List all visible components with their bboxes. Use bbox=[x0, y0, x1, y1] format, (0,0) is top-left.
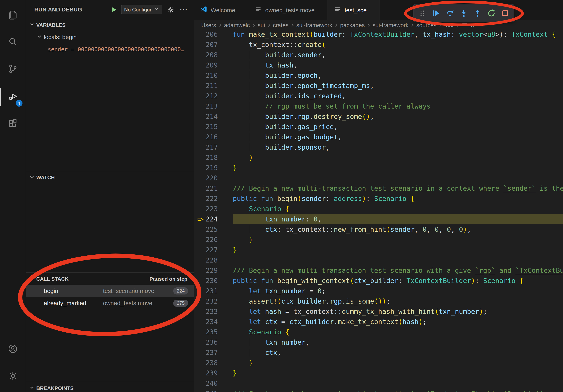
code-line[interactable]: 207 tx_context::create( bbox=[194, 39, 563, 50]
line-number[interactable]: 222 bbox=[206, 194, 218, 204]
line-number[interactable]: 209 bbox=[206, 60, 218, 70]
line-number[interactable]: 214 bbox=[206, 111, 218, 122]
gutter[interactable]: 218 bbox=[194, 152, 233, 163]
line-number[interactable]: 215 bbox=[206, 122, 218, 132]
gutter[interactable]: 224 bbox=[194, 214, 233, 224]
gutter[interactable]: 229 bbox=[194, 265, 233, 275]
code-area[interactable]: 206fun make_tx_context(builder: TxContex… bbox=[194, 29, 563, 392]
breadcrumb-item[interactable]: Users bbox=[201, 22, 216, 28]
code-line[interactable]: 216 builder.gas_budget, bbox=[194, 132, 563, 142]
code-line[interactable]: 227} bbox=[194, 245, 563, 255]
gutter[interactable]: 214 bbox=[194, 111, 233, 122]
code-line[interactable]: 239} bbox=[194, 368, 563, 378]
code-line[interactable]: 234 let ctx = ctx_builder.make_tx_contex… bbox=[194, 317, 563, 327]
line-number[interactable]: 235 bbox=[206, 327, 218, 337]
line-number[interactable]: 227 bbox=[206, 245, 218, 255]
gutter[interactable]: 238 bbox=[194, 358, 233, 368]
gutter[interactable]: 219 bbox=[194, 163, 233, 173]
variables-scope-row[interactable]: locals: begin bbox=[26, 31, 194, 43]
gutter[interactable]: 239 bbox=[194, 368, 233, 378]
line-number[interactable]: 237 bbox=[206, 347, 218, 358]
code-line[interactable]: 208 builder.sender, bbox=[194, 50, 563, 60]
line-number[interactable]: 224 bbox=[206, 214, 218, 224]
line-number[interactable]: 207 bbox=[206, 39, 218, 50]
gutter[interactable]: 207 bbox=[194, 39, 233, 50]
gutter[interactable]: 237 bbox=[194, 347, 233, 358]
line-number[interactable]: 216 bbox=[206, 132, 218, 142]
line-number[interactable]: 219 bbox=[206, 163, 218, 173]
gutter[interactable]: 212 bbox=[194, 91, 233, 101]
code-line[interactable]: 231 let txn_number = 0; bbox=[194, 286, 563, 296]
gutter[interactable]: 208 bbox=[194, 50, 233, 60]
line-number[interactable]: 238 bbox=[206, 358, 218, 368]
start-debugging-button[interactable] bbox=[109, 4, 119, 15]
stop-button[interactable] bbox=[499, 6, 511, 20]
activity-item-explorer[interactable] bbox=[0, 1, 26, 29]
debug-gear-icon[interactable] bbox=[165, 4, 176, 15]
gutter[interactable]: 226 bbox=[194, 235, 233, 245]
step-into-button[interactable] bbox=[457, 6, 470, 20]
continue-button[interactable] bbox=[430, 6, 442, 20]
tab-test-scenario[interactable]: test_sce bbox=[328, 0, 380, 20]
line-number[interactable]: 234 bbox=[206, 317, 218, 327]
line-number[interactable]: 218 bbox=[206, 152, 218, 163]
drag-handle-icon[interactable] bbox=[416, 6, 428, 20]
line-number[interactable]: 233 bbox=[206, 306, 218, 317]
code-line[interactable]: 233 let hash = tx_context::dummy_tx_hash… bbox=[194, 306, 563, 317]
code-line[interactable]: 241/// Creates and shares system objects… bbox=[194, 389, 563, 392]
stack-frame[interactable]: begin test_scenario.move 224 bbox=[26, 285, 194, 297]
watch-section-header[interactable]: WATCH bbox=[26, 171, 194, 183]
gutter[interactable]: 211 bbox=[194, 80, 233, 91]
code-line[interactable]: 230public fun begin_with_context(ctx_bui… bbox=[194, 275, 563, 286]
breadcrumb-item[interactable]: adamwelc bbox=[224, 22, 250, 28]
gutter[interactable]: 225 bbox=[194, 224, 233, 235]
code-line[interactable]: 220 bbox=[194, 173, 563, 183]
gutter[interactable]: 220 bbox=[194, 173, 233, 183]
code-line[interactable]: 221/// Begin a new multi-transaction tes… bbox=[194, 183, 563, 194]
line-number[interactable]: 213 bbox=[206, 101, 218, 111]
breadcrumb-item[interactable]: test bbox=[444, 22, 454, 28]
line-number[interactable]: 228 bbox=[206, 255, 218, 265]
code-line[interactable]: 212 builder.ids_created, bbox=[194, 91, 563, 101]
activity-item-accounts[interactable] bbox=[0, 336, 26, 363]
restart-button[interactable] bbox=[485, 6, 498, 20]
breakpoints-section-header[interactable]: BREAKPOINTS bbox=[26, 382, 194, 392]
code-line[interactable]: 229/// Begin a new multi-transaction tes… bbox=[194, 265, 563, 275]
code-line[interactable]: 209 tx_hash, bbox=[194, 60, 563, 70]
gutter[interactable]: 215 bbox=[194, 122, 233, 132]
code-line[interactable]: 211 builder.epoch_timestamp_ms, bbox=[194, 80, 563, 91]
code-line[interactable]: 232 assert!(ctx_builder.rgp.is_some()); bbox=[194, 296, 563, 306]
line-number[interactable]: 210 bbox=[206, 70, 218, 80]
line-number[interactable]: 223 bbox=[206, 204, 218, 214]
variable-row[interactable]: sender = 0000000000000000000000000000000… bbox=[26, 43, 194, 55]
gutter[interactable]: 213 bbox=[194, 101, 233, 111]
code-line[interactable]: 222public fun begin(sender: address): Sc… bbox=[194, 194, 563, 204]
step-out-button[interactable] bbox=[471, 6, 484, 20]
line-number[interactable]: 220 bbox=[206, 173, 218, 183]
call-stack-section-header[interactable]: CALL STACK Paused on step bbox=[26, 273, 194, 285]
code-line[interactable]: 224 txn_number: 0, bbox=[194, 214, 563, 224]
line-number[interactable]: 225 bbox=[206, 224, 218, 235]
gutter[interactable]: 232 bbox=[194, 296, 233, 306]
code-line[interactable]: 240 bbox=[194, 378, 563, 389]
line-number[interactable]: 221 bbox=[206, 183, 218, 194]
activity-item-extensions[interactable] bbox=[0, 111, 26, 138]
line-number[interactable]: 217 bbox=[206, 142, 218, 152]
line-number[interactable]: 236 bbox=[206, 337, 218, 347]
gutter[interactable]: 216 bbox=[194, 132, 233, 142]
line-number[interactable]: 212 bbox=[206, 91, 218, 101]
gutter[interactable]: 230 bbox=[194, 275, 233, 286]
gutter[interactable]: 228 bbox=[194, 255, 233, 265]
code-line[interactable]: 217 builder.sponsor, bbox=[194, 142, 563, 152]
code-line[interactable]: 210 builder.epoch, bbox=[194, 70, 563, 80]
code-line[interactable]: 228 bbox=[194, 255, 563, 265]
code-line[interactable]: 215 builder.gas_price, bbox=[194, 122, 563, 132]
breadcrumb-item[interactable]: packages bbox=[340, 22, 365, 28]
gutter[interactable]: 227 bbox=[194, 245, 233, 255]
more-actions-icon[interactable]: ··· bbox=[179, 4, 189, 15]
code-line[interactable]: 219} bbox=[194, 163, 563, 173]
gutter[interactable]: 241 bbox=[194, 389, 233, 392]
breadcrumb-item[interactable]: crates bbox=[273, 22, 288, 28]
code-line[interactable]: 237 ctx, bbox=[194, 347, 563, 358]
breadcrumb-item[interactable]: sui-framework bbox=[373, 22, 409, 28]
